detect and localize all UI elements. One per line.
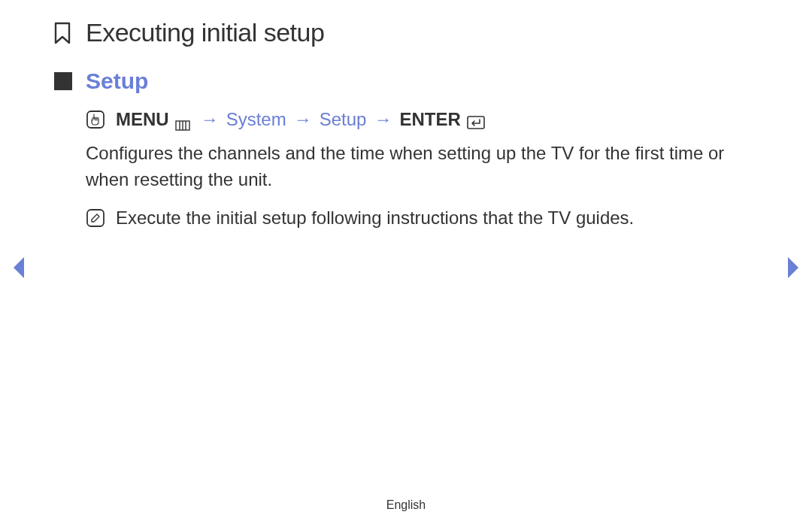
note-pencil-icon bbox=[86, 208, 105, 228]
content: Executing initial setup Setup MENU → Sys… bbox=[0, 0, 812, 231]
menu-label: MENU bbox=[116, 109, 169, 130]
breadcrumb-item-system: System bbox=[226, 109, 286, 130]
footer-language: English bbox=[0, 498, 812, 512]
chevron-right-icon bbox=[785, 256, 801, 280]
breadcrumb: MENU → System → Setup → ENTER bbox=[86, 109, 759, 130]
description-text: Configures the channels and the time whe… bbox=[86, 141, 759, 193]
page-title: Executing initial setup bbox=[86, 18, 324, 47]
svg-marker-8 bbox=[788, 257, 798, 278]
svg-rect-6 bbox=[87, 210, 104, 226]
enter-label: ENTER bbox=[399, 109, 460, 130]
arrow-separator: → bbox=[201, 109, 219, 130]
svg-marker-7 bbox=[14, 257, 24, 278]
bookmark-icon bbox=[53, 22, 72, 44]
hand-remote-icon bbox=[86, 110, 105, 129]
section-title: Setup bbox=[86, 68, 148, 94]
prev-page-button[interactable] bbox=[11, 256, 27, 280]
arrow-separator: → bbox=[374, 109, 392, 130]
note-row: Execute the initial setup following inst… bbox=[86, 205, 759, 232]
note-text: Execute the initial setup following inst… bbox=[116, 205, 634, 232]
svg-rect-5 bbox=[468, 117, 484, 129]
title-row: Executing initial setup bbox=[53, 18, 759, 47]
breadcrumb-item-setup: Setup bbox=[320, 109, 367, 130]
menu-bars-icon bbox=[175, 114, 190, 125]
section-row: Setup bbox=[54, 68, 759, 94]
arrow-separator: → bbox=[294, 109, 312, 130]
enter-icon bbox=[467, 113, 485, 126]
square-bullet-icon bbox=[54, 72, 72, 90]
chevron-left-icon bbox=[11, 256, 27, 280]
next-page-button[interactable] bbox=[785, 256, 801, 280]
